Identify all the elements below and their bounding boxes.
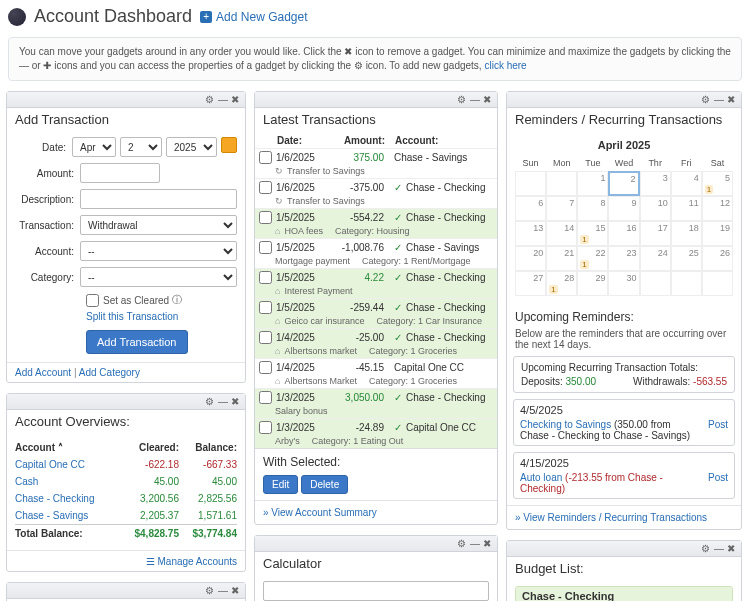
set-cleared-checkbox[interactable] [86,294,99,307]
amount-input[interactable] [80,163,160,183]
add-gadget-link[interactable]: +Add New Gadget [200,10,307,24]
split-transaction-link[interactable]: Split this Transaction [86,311,237,322]
calendar-day[interactable]: 29 [577,271,608,296]
calendar-day[interactable]: 151 [577,221,608,246]
minimize-icon[interactable]: — [470,95,480,105]
minimize-icon[interactable]: — [218,397,228,407]
calendar-day[interactable]: 11 [671,196,702,221]
transaction-type-select[interactable]: Withdrawal [80,215,237,235]
calendar-day[interactable]: 21 [546,246,577,271]
date-day-select[interactable]: 2 [120,137,162,157]
help-icon[interactable]: ⓘ [172,293,182,307]
calendar-day[interactable]: 3 [640,171,671,196]
calendar-day[interactable]: 8 [577,196,608,221]
transaction-checkbox[interactable] [259,151,272,164]
date-year-select[interactable]: 2025 [166,137,217,157]
calendar-day[interactable]: 281 [546,271,577,296]
calendar-day[interactable]: 7 [546,196,577,221]
delete-button[interactable]: Delete [301,475,348,494]
calendar-day[interactable] [702,271,733,296]
calendar-day[interactable]: 27 [515,271,546,296]
post-link[interactable]: Post [708,419,728,430]
minimize-icon[interactable]: — [714,544,724,554]
calendar-day[interactable] [546,171,577,196]
transaction-checkbox[interactable] [259,301,272,314]
gear-icon[interactable]: ⚙ [457,539,467,549]
gear-icon[interactable]: ⚙ [701,544,711,554]
calendar-day[interactable]: 13 [515,221,546,246]
close-icon[interactable]: ✖ [231,397,241,407]
calendar-day[interactable] [640,271,671,296]
transaction-checkbox[interactable] [259,181,272,194]
account-link[interactable]: Capital One CC [15,459,85,470]
gear-icon[interactable]: ⚙ [457,95,467,105]
calendar-day[interactable]: 4 [671,171,702,196]
calendar-day[interactable]: 18 [671,221,702,246]
account-link[interactable]: Cash [15,476,38,487]
transaction-checkbox[interactable] [259,391,272,404]
close-icon[interactable]: ✖ [727,95,737,105]
gear-icon[interactable]: ⚙ [205,586,215,596]
calendar-day[interactable]: 25 [671,246,702,271]
calendar-day[interactable]: 23 [608,246,639,271]
add-transaction-button[interactable]: Add Transaction [86,330,188,354]
intro-click-here[interactable]: click here [484,60,526,71]
category-select[interactable]: -- [80,267,237,287]
check-icon: ✓ [394,212,402,223]
calendar-day[interactable]: 2 [608,171,639,196]
close-icon[interactable]: ✖ [231,95,241,105]
view-all-reminders-link[interactable]: » View Reminders / Recurring Transaction… [507,505,741,529]
calendar-day[interactable]: 6 [515,196,546,221]
calendar-day[interactable]: 19 [702,221,733,246]
account-select[interactable]: -- [80,241,237,261]
calendar-day[interactable]: 26 [702,246,733,271]
calculator-display[interactable] [263,581,489,601]
close-icon[interactable]: ✖ [727,544,737,554]
manage-accounts-link[interactable]: ☰ Manage Accounts [146,556,237,567]
close-icon[interactable]: ✖ [483,539,493,549]
calendar-day[interactable]: 16 [608,221,639,246]
calendar-day[interactable]: 10 [640,196,671,221]
calendar-day[interactable] [671,271,702,296]
gear-icon[interactable]: ⚙ [205,95,215,105]
transaction-checkbox[interactable] [259,361,272,374]
calendar-day[interactable]: 1 [577,171,608,196]
calendar-day[interactable]: 20 [515,246,546,271]
calendar-day[interactable]: 24 [640,246,671,271]
minimize-icon[interactable]: — [470,539,480,549]
account-link[interactable]: Chase - Savings [15,510,88,521]
calendar-day[interactable]: 14 [546,221,577,246]
account-link[interactable]: Chase - Checking [15,493,94,504]
reminder-name-link[interactable]: Checking to Savings [520,419,611,430]
calendar-day[interactable]: 9 [608,196,639,221]
edit-button[interactable]: Edit [263,475,298,494]
calendar-day[interactable]: 221 [577,246,608,271]
minimize-icon[interactable]: — [218,95,228,105]
close-icon[interactable]: ✖ [483,95,493,105]
minimize-icon[interactable]: — [714,95,724,105]
reminder-name-link[interactable]: Auto loan [520,472,562,483]
add-account-link[interactable]: Add Account [15,367,71,378]
description-input[interactable] [80,189,237,209]
view-account-summary-link[interactable]: » View Account Summary [255,500,497,524]
calendar-day[interactable] [515,171,546,196]
calendar-day[interactable]: 12 [702,196,733,221]
panel-latest-transactions: ⚙ — ✖ Latest Transactions Date:Amount:Ac… [254,91,498,525]
calendar-icon[interactable] [221,137,237,153]
calendar-day[interactable]: 17 [640,221,671,246]
add-category-link[interactable]: Add Category [79,367,140,378]
calendar-day[interactable]: 51 [702,171,733,196]
minimize-icon[interactable]: — [218,586,228,596]
transaction-checkbox[interactable] [259,241,272,254]
close-icon[interactable]: ✖ [231,586,241,596]
transaction-checkbox[interactable] [259,331,272,344]
date-month-select[interactable]: Apr [72,137,116,157]
gear-icon[interactable]: ⚙ [205,397,215,407]
transaction-checkbox[interactable] [259,271,272,284]
calendar-day[interactable]: 30 [608,271,639,296]
post-link[interactable]: Post [708,472,728,483]
check-icon: ✓ [394,242,402,253]
transaction-checkbox[interactable] [259,421,272,434]
gear-icon[interactable]: ⚙ [701,95,711,105]
transaction-checkbox[interactable] [259,211,272,224]
